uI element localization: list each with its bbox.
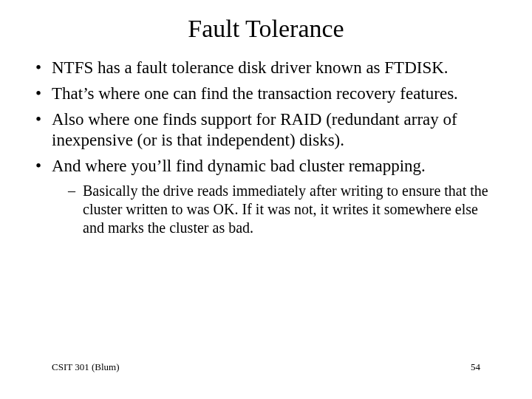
sub-bullet-list: Basically the drive reads immediately af…: [68, 182, 502, 237]
slide: Fault Tolerance NTFS has a fault toleran…: [0, 0, 532, 399]
sub-bullet-text: Basically the drive reads immediately af…: [83, 183, 488, 236]
bullet-item: That’s where one can find the transactio…: [52, 83, 502, 105]
footer-page-number: 54: [471, 361, 480, 373]
bullet-text: That’s where one can find the transactio…: [52, 84, 458, 103]
bullet-item: Also where one finds support for RAID (r…: [52, 109, 502, 152]
bullet-text: And where you’ll find dynamic bad cluste…: [52, 157, 426, 175]
bullet-item: NTFS has a fault tolerance disk driver k…: [52, 58, 502, 79]
bullet-list: NTFS has a fault tolerance disk driver k…: [30, 58, 502, 237]
bullet-text: Also where one finds support for RAID (r…: [52, 110, 457, 150]
footer-course: CSIT 301 (Blum): [52, 361, 120, 373]
bullet-item: And where you’ll find dynamic bad cluste…: [52, 156, 502, 237]
sub-bullet-item: Basically the drive reads immediately af…: [83, 182, 502, 237]
slide-title: Fault Tolerance: [0, 0, 532, 50]
bullet-text: NTFS has a fault tolerance disk driver k…: [52, 58, 449, 77]
